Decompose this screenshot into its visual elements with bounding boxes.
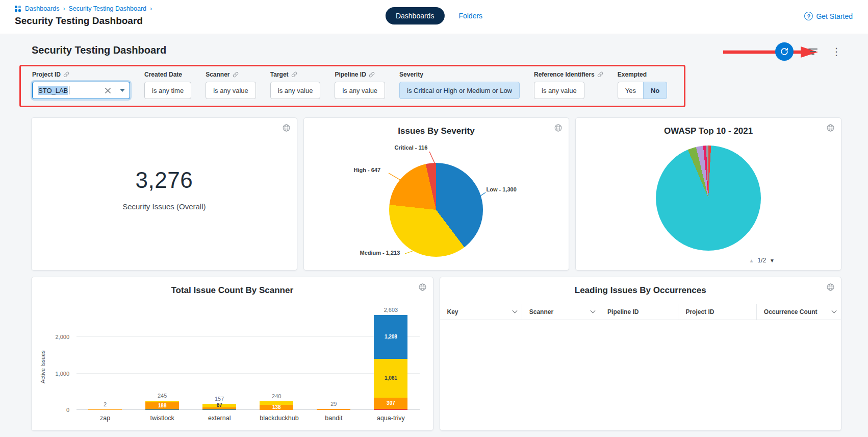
breadcrumb-separator: › — [63, 5, 65, 12]
pie-label-medium: Medium - 1,213 — [360, 250, 400, 256]
bar-category-label: twistlock — [145, 415, 179, 422]
dashboard-main: Security Testing Dashboard ⋮ Project ID — [0, 34, 868, 437]
filter-scanner: Scanner is any value — [206, 70, 256, 99]
link-icon — [291, 71, 297, 78]
breadcrumb-separator: › — [150, 5, 152, 12]
kebab-menu-icon[interactable]: ⋮ — [831, 46, 841, 57]
help-icon: ? — [804, 12, 813, 20]
owasp-pie-chart[interactable] — [656, 145, 761, 251]
bar-external[interactable]: 15787external — [202, 308, 236, 410]
table-body-empty — [440, 320, 841, 427]
view-toggle: Dashboards Folders — [386, 7, 482, 25]
filter-created-date-label: Created Date — [144, 71, 182, 78]
dropdown-caret-icon[interactable] — [115, 89, 130, 92]
y-axis-tick: 1,000 — [55, 371, 69, 377]
owasp-chart-title: OWASP Top 10 - 2021 — [576, 118, 841, 136]
pager-up-icon[interactable]: ▲ — [749, 258, 754, 263]
y-axis-tick: 0 — [66, 407, 69, 413]
sort-chevron-icon — [591, 308, 596, 313]
link-icon — [597, 71, 603, 78]
y-axis-tick: 2,000 — [55, 334, 69, 340]
filter-pipeline-id: Pipeline ID is any value — [335, 70, 385, 99]
column-header-scanner[interactable]: Scanner — [522, 304, 600, 320]
dashboards-grid-icon — [15, 6, 21, 12]
severity-filter-button[interactable]: is Critical or High or Medium or Low — [399, 82, 520, 99]
bar-bandit[interactable]: 29bandit — [317, 308, 350, 410]
get-started-link[interactable]: ? Get Started — [804, 12, 853, 20]
annotation-box: Project ID STO_LAB — [19, 65, 685, 107]
y-axis: 01,0002,000 — [46, 308, 72, 410]
exempted-no-button[interactable]: No — [643, 82, 667, 99]
filter-severity: Severity is Critical or High or Medium o… — [399, 70, 520, 99]
globe-icon[interactable] — [826, 124, 835, 134]
breadcrumb-security-testing-dashboard[interactable]: Security Testing Dashboard — [68, 5, 146, 12]
project-id-combobox[interactable]: STO_LAB — [32, 82, 130, 99]
column-header-occurrence-count[interactable]: Occurrence Count — [757, 304, 841, 320]
bar-zap[interactable]: 2zap — [88, 308, 122, 410]
bar-aqua-trivy[interactable]: 2,6031,2081,061307aqua-trivy — [374, 308, 407, 410]
link-icon — [63, 71, 69, 78]
dashboard-actions: ⋮ — [775, 42, 841, 61]
filter-exempted-label: Exempted — [618, 71, 647, 78]
security-issues-count: 3,276 — [136, 167, 193, 193]
column-header-key[interactable]: Key — [440, 304, 522, 320]
tile-issues-by-severity: Issues By Severity Critical - 116 High -… — [303, 117, 570, 271]
bar-category-label: blackduckhub — [260, 415, 293, 422]
top-bar: Dashboards › Security Testing Dashboard … — [0, 0, 868, 34]
bar-twistlock[interactable]: 245188twistlock — [145, 308, 179, 410]
target-filter-button[interactable]: is any value — [270, 82, 321, 99]
breadcrumb-dashboards[interactable]: Dashboards — [25, 5, 59, 12]
tiles-row-1: 3,276 Security Issues (Overall) Issues B… — [31, 117, 841, 271]
dashboard-title: Security Testing Dashboard — [32, 44, 166, 56]
filter-exempted: Exempted Yes No — [618, 70, 668, 99]
filter-reference-identifiers: Reference Identifiers is any value — [534, 70, 603, 99]
pipeline-id-filter-button[interactable]: is any value — [335, 82, 385, 99]
filter-project-id-label: Project ID — [32, 71, 61, 78]
issues-by-severity-pie[interactable] — [389, 163, 483, 257]
pie-label-high: High - 647 — [353, 167, 380, 173]
page-title: Security Testing Dashboard — [15, 15, 143, 27]
bar-category-label: aqua-trivy — [374, 415, 407, 422]
filter-created-date: Created Date is any time — [144, 70, 191, 99]
reference-identifiers-filter-button[interactable]: is any value — [534, 82, 584, 99]
globe-icon[interactable] — [418, 283, 427, 294]
created-date-filter-button[interactable]: is any time — [144, 82, 191, 99]
scanner-filter-button[interactable]: is any value — [206, 82, 256, 99]
filter-target-label: Target — [270, 71, 289, 78]
bar-plot: 2zap245188twistlock15787external240138bl… — [76, 308, 420, 410]
pager-page-label: 1/2 — [757, 257, 766, 264]
tab-dashboards[interactable]: Dashboards — [386, 7, 445, 25]
filter-project-id: Project ID STO_LAB — [32, 70, 130, 99]
bar-blackduckhub[interactable]: 240138blackduckhub — [260, 308, 293, 410]
tab-folders[interactable]: Folders — [458, 12, 482, 20]
filter-panel-icon[interactable] — [808, 46, 818, 56]
sort-chevron-icon — [832, 308, 837, 313]
filter-target: Target is any value — [270, 70, 321, 99]
occurrences-table-title: Leading Issues By Occurrences — [440, 277, 841, 296]
tile-total-issue-count-by-scanner: Total Issue Count By Scanner Active Issu… — [31, 277, 433, 431]
breadcrumb: Dashboards › Security Testing Dashboard … — [15, 5, 152, 12]
link-icon — [369, 71, 375, 78]
bar-category-label: bandit — [317, 415, 350, 422]
refresh-button[interactable] — [775, 42, 794, 61]
tile-owasp-top-10: OWASP Top 10 - 2021 ▲ 1/2 ▼ — [575, 117, 841, 271]
severity-pie-chart: Critical - 116 High - 647 Low - 1,300 Me… — [304, 136, 569, 263]
exempted-yes-button[interactable]: Yes — [618, 82, 644, 99]
clear-icon[interactable] — [101, 88, 115, 93]
globe-icon[interactable] — [554, 124, 563, 134]
get-started-label: Get Started — [816, 12, 853, 20]
dashboard-header: Security Testing Dashboard ⋮ — [0, 34, 868, 65]
severity-chart-title: Issues By Severity — [304, 118, 569, 136]
refresh-icon — [780, 47, 789, 56]
sort-chevron-icon — [512, 308, 517, 313]
globe-icon[interactable] — [826, 283, 835, 294]
bar-category-label: external — [202, 415, 236, 422]
pager-down-icon[interactable]: ▼ — [770, 258, 775, 263]
security-issues-label: Security Issues (Overall) — [122, 202, 206, 211]
column-header-pipeline-id: Pipeline ID — [600, 304, 678, 320]
table-header-row: KeyScannerPipeline IDProject IDOccurrenc… — [440, 304, 841, 320]
bar-chart: 2zap245188twistlock15787external240138bl… — [76, 308, 420, 410]
tile-leading-issues-by-occurrences: Leading Issues By Occurrences KeyScanner… — [440, 277, 842, 431]
tiles-row-2: Total Issue Count By Scanner Active Issu… — [31, 277, 841, 431]
pie-label-critical: Critical - 116 — [394, 144, 427, 151]
